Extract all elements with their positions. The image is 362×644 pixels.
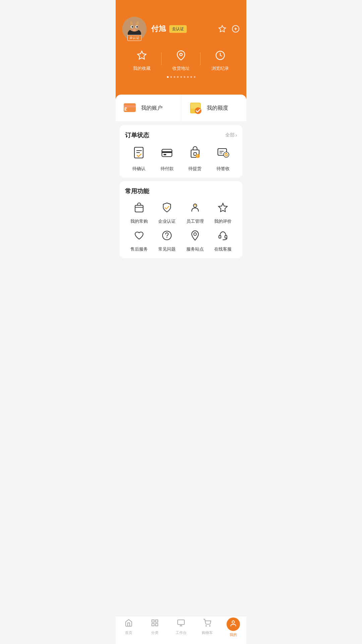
order-item-pickup[interactable]: ! 待提货 bbox=[181, 146, 209, 172]
svg-point-50 bbox=[194, 233, 196, 235]
svg-marker-13 bbox=[219, 25, 226, 32]
svg-point-18 bbox=[180, 53, 182, 56]
func-enterprise-cert[interactable]: 企业认证 bbox=[153, 202, 181, 224]
enterprise-cert-label: 企业认证 bbox=[158, 218, 176, 224]
quick-link-address[interactable]: 收货地址 bbox=[162, 50, 201, 71]
quota-icon bbox=[188, 101, 203, 115]
map-pin-icon bbox=[189, 230, 201, 244]
dot-3 bbox=[174, 76, 175, 78]
func-service-point[interactable]: 服务站点 bbox=[181, 230, 209, 252]
shield-check-icon bbox=[161, 202, 173, 216]
functions-grid: 我的常购 企业认证 员工管理 bbox=[125, 202, 237, 252]
pay-icon bbox=[160, 146, 174, 162]
order-more-link[interactable]: 全部 › bbox=[225, 132, 237, 138]
service-point-label: 服务站点 bbox=[186, 246, 204, 252]
my-review-label: 我的评价 bbox=[214, 218, 232, 224]
svg-text:!: ! bbox=[196, 154, 197, 158]
svg-rect-32 bbox=[164, 154, 166, 155]
star-outline-icon bbox=[217, 202, 229, 216]
header-icons bbox=[218, 25, 240, 33]
staff-mgmt-label: 员工管理 bbox=[186, 218, 204, 224]
func-staff-mgmt[interactable]: 员工管理 bbox=[181, 202, 209, 224]
order-item-confirm[interactable]: 待确认 bbox=[125, 146, 153, 172]
pickup-icon: ! bbox=[188, 146, 202, 162]
quick-links: 我的收藏 收货地址 浏览纪录 bbox=[122, 50, 240, 71]
header-section: 未认证 付旭 去认证 bbox=[116, 0, 246, 105]
sign-label: 待签收 bbox=[217, 166, 230, 172]
my-account-label: 我的账户 bbox=[141, 105, 163, 112]
favorites-label: 我的收藏 bbox=[133, 65, 150, 71]
svg-marker-47 bbox=[219, 203, 227, 212]
svg-rect-42 bbox=[135, 205, 143, 212]
cert-button[interactable]: 去认证 bbox=[169, 25, 187, 33]
my-account-item[interactable]: ¥ 我的账户 bbox=[116, 95, 181, 121]
order-status-section: 订单状态 全部 › 待确认 bbox=[120, 125, 242, 178]
functions-section: 常用功能 我的常购 企业认证 bbox=[120, 181, 242, 258]
online-service-label: 在线客服 bbox=[214, 246, 232, 252]
dot-8 bbox=[190, 76, 192, 78]
account-row: ¥ 我的账户 我的额度 bbox=[116, 95, 246, 122]
my-quota-item[interactable]: 我的额度 bbox=[181, 95, 247, 121]
dot-7 bbox=[187, 76, 189, 78]
message-icon[interactable] bbox=[232, 25, 240, 33]
func-frequent-buy[interactable]: 我的常购 bbox=[125, 202, 153, 224]
svg-rect-34 bbox=[194, 153, 196, 155]
quick-link-favorites[interactable]: 我的收藏 bbox=[122, 50, 162, 71]
frequent-buy-label: 我的常购 bbox=[130, 218, 148, 224]
svg-point-9 bbox=[132, 26, 133, 28]
avatar-wrapper[interactable]: 未认证 bbox=[122, 17, 146, 41]
account-section: ¥ 我的账户 我的额度 bbox=[116, 95, 246, 122]
username: 付旭 bbox=[151, 24, 166, 34]
confirm-label: 待确认 bbox=[132, 166, 145, 172]
headphone-icon bbox=[217, 230, 229, 244]
svg-rect-52 bbox=[225, 235, 227, 238]
svg-point-49 bbox=[167, 237, 167, 238]
svg-marker-17 bbox=[138, 51, 146, 59]
svg-text:¥: ¥ bbox=[126, 108, 127, 111]
functions-section-header: 常用功能 bbox=[125, 187, 237, 195]
after-sale-label: 售后服务 bbox=[130, 246, 148, 252]
functions-title: 常用功能 bbox=[125, 187, 149, 195]
faq-label: 常见问题 bbox=[158, 246, 176, 252]
svg-point-10 bbox=[136, 26, 138, 28]
dot-1 bbox=[167, 76, 169, 78]
order-section-title: 订单状态 bbox=[125, 131, 149, 139]
profile-left: 未认证 付旭 去认证 bbox=[122, 17, 187, 41]
svg-point-12 bbox=[133, 29, 136, 31]
svg-rect-51 bbox=[219, 235, 221, 238]
address-label: 收货地址 bbox=[172, 65, 190, 71]
dot-4 bbox=[177, 76, 179, 78]
order-section-header: 订单状态 全部 › bbox=[125, 131, 237, 139]
func-faq[interactable]: 常见问题 bbox=[153, 230, 181, 252]
settings-icon[interactable] bbox=[218, 25, 226, 33]
order-item-pay[interactable]: 待付款 bbox=[153, 146, 181, 172]
history-label: 浏览纪录 bbox=[212, 65, 229, 71]
dot-5 bbox=[180, 76, 182, 78]
sign-icon bbox=[216, 146, 230, 162]
order-item-sign[interactable]: 待签收 bbox=[209, 146, 237, 172]
star-icon bbox=[137, 50, 147, 63]
pay-label: 待付款 bbox=[161, 166, 174, 172]
clock-icon bbox=[215, 50, 225, 63]
func-my-review[interactable]: 我的评价 bbox=[209, 202, 237, 224]
profile-info: 付旭 去认证 bbox=[151, 24, 187, 34]
func-after-sale[interactable]: 售后服务 bbox=[125, 230, 153, 252]
bag-icon bbox=[133, 202, 145, 216]
svg-rect-31 bbox=[162, 151, 172, 153]
order-icons-row: 待确认 待付款 ! bbox=[125, 146, 237, 172]
users-icon bbox=[189, 202, 201, 216]
dot-9 bbox=[194, 76, 195, 78]
question-icon bbox=[161, 230, 173, 244]
location-icon bbox=[176, 50, 186, 63]
svg-rect-21 bbox=[124, 105, 136, 107]
quick-link-history[interactable]: 浏览纪录 bbox=[200, 50, 240, 71]
func-online-service[interactable]: 在线客服 bbox=[209, 230, 237, 252]
my-quota-label: 我的额度 bbox=[207, 105, 228, 112]
profile-row: 未认证 付旭 去认证 bbox=[122, 17, 240, 41]
avatar-badge: 未认证 bbox=[127, 35, 141, 41]
dot-6 bbox=[184, 76, 185, 78]
dot-2 bbox=[170, 76, 172, 78]
wallet-icon: ¥ bbox=[122, 101, 137, 115]
pickup-label: 待提货 bbox=[188, 166, 201, 172]
dot-indicator bbox=[122, 76, 240, 78]
